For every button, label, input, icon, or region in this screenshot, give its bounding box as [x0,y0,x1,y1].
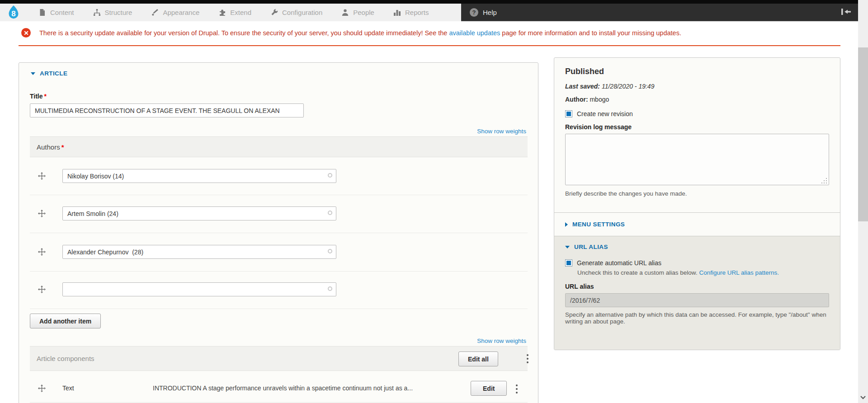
drag-handle[interactable] [38,210,46,217]
alert-text-after: page for more information and to install… [500,29,681,37]
drag-handle[interactable] [38,286,46,293]
author-input-2[interactable] [62,206,336,220]
url-alias-section: URL ALIAS Generate automatic URL alias U… [554,236,840,350]
scrollbar-thumb[interactable] [858,47,868,221]
toolbar-item-help[interactable]: ? Help [461,4,505,21]
admin-toolbar: 8 Content Structure Appearance [0,0,858,21]
checked-checkbox-icon [566,261,571,265]
generate-alias-checkbox[interactable] [565,259,572,267]
toolbar-manage-tray: 8 Content Structure Appearance [0,4,461,21]
create-revision-label: Create new revision [577,110,633,117]
checked-checkbox-icon [566,112,571,116]
article-components-header: Article components Edit all [30,346,528,371]
available-updates-link[interactable]: available updates [449,29,500,37]
revision-log-label: Revision log message [565,123,829,131]
toolbar-collapse-button[interactable] [841,8,852,15]
move-cross-icon [38,286,46,293]
component-preview-text: INTRODUCTION A stage performance unravel… [153,381,470,395]
last-saved-line: Last saved: 11/28/2020 - 19:49 [565,83,829,90]
toolbar-item-label: Structure [105,9,132,16]
toolbar-item-people[interactable]: People [332,4,384,21]
toolbar-item-configuration[interactable]: Configuration [261,4,332,21]
alert-text-before: There is a security update available for… [39,29,449,37]
show-row-weights-link-components[interactable]: Show row weights [477,337,526,344]
row-divider [30,271,528,272]
configure-url-alias-patterns-link[interactable]: Configure URL alias patterns. [699,269,779,276]
component-row-menu-button[interactable] [514,383,519,395]
row-divider [30,309,528,309]
drag-handle[interactable] [38,172,46,180]
vertical-dots-icon [516,384,518,386]
toolbar-item-label: People [353,9,374,16]
component-type-label: Text [62,381,74,395]
collapse-left-icon [841,8,852,15]
revision-log-textarea[interactable] [565,134,829,185]
drupal-drop-icon: 8 [5,5,22,21]
toolbar-top-strip [0,0,858,4]
move-cross-icon [38,384,46,392]
help-question-icon: ? [470,8,478,17]
menu-settings-toggle[interactable]: MENU SETTINGS [565,221,625,228]
vertical-scrollbar-track[interactable] [858,0,868,403]
circle-outline-icon [328,173,332,178]
url-alias-toggle[interactable]: URL ALIAS [565,244,829,250]
row-divider [30,402,528,403]
article-details-toggle[interactable]: ARTICLE [31,70,67,77]
author-input-3[interactable] [62,245,336,259]
security-alert-message: There is a security update available for… [0,22,858,43]
move-cross-icon [38,248,46,256]
toolbar-item-reports[interactable]: Reports [384,4,439,21]
menu-settings-section[interactable]: MENU SETTINGS [554,212,840,236]
alias-help-text: Specify an alternative path by which thi… [565,311,829,325]
title-input[interactable] [30,103,304,117]
article-components-label: Article components [37,355,94,362]
toolbar-item-extend[interactable]: Extend [209,4,261,21]
chevron-down-icon [860,395,866,399]
url-alias-input [565,293,829,307]
move-cross-icon [38,172,46,180]
required-marker: * [44,93,47,100]
url-alias-label: URL ALIAS [574,244,608,250]
publish-status-title: Published [565,67,829,76]
article-details-label: ARTICLE [40,70,67,77]
create-revision-checkbox[interactable] [565,110,572,117]
drag-handle[interactable] [38,248,46,256]
components-menu-button[interactable] [525,352,530,365]
toolbar-item-appearance[interactable]: Appearance [142,4,209,21]
appearance-brush-icon [151,9,159,16]
generate-alias-label: Generate automatic URL alias [577,259,661,267]
triangle-right-icon [565,222,568,227]
entity-meta-sidebar: Published Last saved: 11/28/2020 - 19:49… [554,57,840,350]
generate-alias-help: Uncheck this to create a custom alias be… [577,269,829,276]
toolbar-item-label: Reports [405,9,429,16]
people-person-icon [341,9,349,16]
author-input-4-empty[interactable] [62,282,336,296]
resize-grip-icon[interactable] [826,183,827,183]
toolbar-item-structure[interactable]: Structure [84,4,142,21]
toolbar-item-content[interactable]: Content [29,4,84,21]
drag-handle[interactable] [38,384,46,392]
add-another-item-button[interactable]: Add another item [30,314,101,328]
triangle-down-icon [565,246,570,248]
author-input-1[interactable] [62,169,336,183]
circle-outline-icon [328,249,332,253]
alias-field-label: URL alias [565,283,829,290]
drupal-logo[interactable]: 8 [5,5,22,21]
revision-log-help: Briefly describe the changes you have ma… [565,190,829,197]
toolbar-item-label: Content [50,9,74,16]
edit-all-button[interactable]: Edit all [458,351,498,366]
toolbar-item-label: Configuration [282,9,322,16]
highlight-divider-line [19,45,840,46]
scrollbar-down-button[interactable] [860,393,866,401]
row-divider [30,195,528,195]
row-divider [30,233,528,233]
circle-outline-icon [328,211,332,215]
vertical-dots-icon [527,354,528,356]
menu-settings-label: MENU SETTINGS [572,221,625,228]
error-x-circle-icon [21,28,31,37]
extend-puzzle-icon [218,9,226,16]
generate-alias-row: Generate automatic URL alias [565,259,829,267]
show-row-weights-link-authors[interactable]: Show row weights [477,128,526,135]
toolbar-item-label: Extend [230,9,251,16]
edit-button[interactable]: Edit [471,381,507,396]
